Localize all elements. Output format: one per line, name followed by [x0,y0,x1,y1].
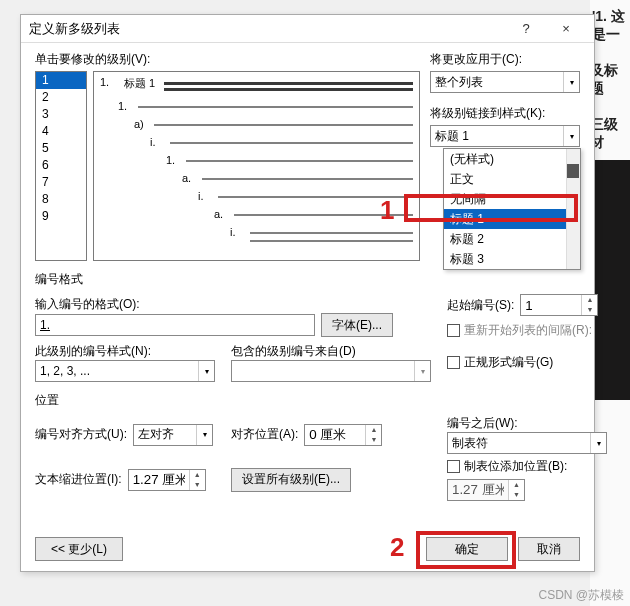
tab-stop-checkbox[interactable]: 制表位添加位置(B): [447,458,607,475]
level-item[interactable]: 2 [36,89,86,106]
number-format-group: 编号格式 [35,271,580,288]
level-item[interactable]: 6 [36,157,86,174]
indent-input[interactable] [129,470,189,490]
apply-to-combo[interactable]: 整个列表 ▾ [430,71,580,93]
start-at-spinner[interactable]: ▲▼ [520,294,598,316]
align-at-input[interactable] [305,425,365,445]
link-style-label: 将级别链接到样式(K): [430,105,580,122]
set-all-levels-button[interactable]: 设置所有级别(E)... [231,468,351,492]
help-button[interactable]: ? [506,21,546,36]
include-from-combo: ▾ [231,360,431,382]
level-item[interactable]: 4 [36,123,86,140]
font-button[interactable]: 字体(E)... [321,313,393,337]
cancel-button[interactable]: 取消 [518,537,580,561]
level-listbox[interactable]: 1 2 3 4 5 6 7 8 9 [35,71,87,261]
align-combo[interactable]: 左对齐▾ [133,424,213,446]
watermark: CSDN @苏模棱 [538,587,624,604]
level-item[interactable]: 5 [36,140,86,157]
align-at-label: 对齐位置(A): [231,426,298,443]
annotation-1: 1 [380,195,394,226]
align-at-spinner[interactable]: ▲▼ [304,424,382,446]
format-input[interactable] [35,314,315,336]
style-option[interactable]: 正文 [444,169,580,189]
enter-format-label: 输入编号的格式(O): [35,296,431,313]
chevron-down-icon: ▾ [590,433,606,453]
level-item[interactable]: 1 [36,72,86,89]
scroll-thumb[interactable] [567,164,579,178]
level-item[interactable]: 3 [36,106,86,123]
legal-format-checkbox[interactable]: 正规形式编号(G) [447,354,607,371]
indent-spinner[interactable]: ▲▼ [128,469,206,491]
style-option[interactable]: (无样式) [444,149,580,169]
chevron-down-icon: ▾ [414,361,430,381]
link-style-combo[interactable]: 标题 1 ▾ (无样式) 正文 无间隔 标题 1 标题 2 标题 3 [430,125,580,147]
level-item[interactable]: 9 [36,208,86,225]
start-at-label: 起始编号(S): [447,297,514,314]
ok-button[interactable]: 确定 [426,537,508,561]
click-level-label: 单击要修改的级别(V): [35,51,420,68]
chevron-down-icon: ▾ [563,126,579,146]
less-button[interactable]: << 更少(L) [35,537,123,561]
bg-text: 三级材 [590,116,630,152]
titlebar: 定义新多级列表 ? × [21,15,594,43]
bg-text: 及标题 [590,62,630,98]
follow-number-combo[interactable]: 制表符▾ [447,432,607,454]
level-item[interactable]: 8 [36,191,86,208]
align-label: 编号对齐方式(U): [35,426,127,443]
style-option[interactable]: 标题 3 [444,249,580,269]
chevron-down-icon: ▾ [198,361,214,381]
tab-stop-spinner: ▲▼ [447,479,525,501]
dialog-title: 定义新多级列表 [29,20,120,38]
chevron-down-icon: ▾ [563,72,579,92]
link-style-dropdown[interactable]: (无样式) 正文 无间隔 标题 1 标题 2 标题 3 [443,148,581,270]
apply-to-label: 将更改应用于(C): [430,51,580,68]
level-style-label: 此级别的编号样式(N): [35,343,215,360]
annotation-2: 2 [390,532,404,563]
restart-after-checkbox: 重新开始列表的间隔(R): [447,322,607,339]
style-option[interactable]: 标题 2 [444,229,580,249]
position-group: 位置 [35,392,580,409]
start-at-input[interactable] [521,295,581,315]
define-multilevel-list-dialog: 定义新多级列表 ? × 单击要修改的级别(V): 1 2 3 4 5 6 7 [20,14,595,572]
chevron-down-icon: ▾ [196,425,212,445]
tab-stop-input [448,480,508,500]
indent-label: 文本缩进位置(I): [35,471,122,488]
level-preview: 1. 标题 1 1. a) i. 1. a. i. [93,71,420,261]
close-button[interactable]: × [546,21,586,36]
style-option[interactable]: 标题 1 [444,209,580,229]
include-from-label: 包含的级别编号来自(D) [231,343,431,360]
follow-number-label: 编号之后(W): [447,415,607,432]
level-style-combo[interactable]: 1, 2, 3, ...▾ [35,360,215,382]
style-option[interactable]: 无间隔 [444,189,580,209]
level-item[interactable]: 7 [36,174,86,191]
